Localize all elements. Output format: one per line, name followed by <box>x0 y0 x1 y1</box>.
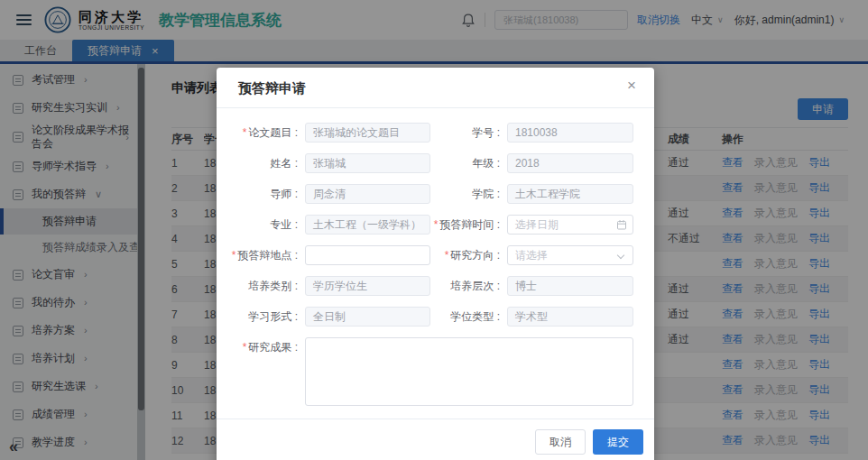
modal-header: 预答辩申请 × <box>217 68 654 108</box>
training-category-field: 学历学位生 <box>305 276 430 296</box>
research-results-row: *研究成果 : <box>217 337 654 406</box>
app-root: 同济大学 TONGJI UNIVERSITY 教学管理信息系统 张瑞城(1810… <box>0 0 868 460</box>
field-label: *预答辩地点 : <box>224 245 305 265</box>
study-form-field: 全日制 <box>305 307 430 327</box>
modal-close-icon[interactable]: × <box>627 78 636 93</box>
modal-form: *论文题目 :张瑞城的论文题目学号 :1810038姓名 :张瑞城年级 :201… <box>217 108 654 406</box>
thesis-title-field: 张瑞城的论文题目 <box>305 123 430 143</box>
form-row: *预答辩地点 :*研究方向 :请选择 <box>217 245 654 265</box>
name-field: 张瑞城 <box>305 153 430 173</box>
field-label: 学位类型 : <box>430 307 507 327</box>
pre-defense-modal: 预答辩申请 × *论文题目 :张瑞城的论文题目学号 :1810038姓名 :张瑞… <box>217 68 654 460</box>
field-label: 学号 : <box>430 123 507 143</box>
research-direction-select[interactable]: 请选择 <box>507 245 633 265</box>
calendar-icon <box>616 219 627 231</box>
field-label: *研究成果 : <box>224 337 305 357</box>
chevron-down-icon <box>617 252 624 259</box>
college-field: 土木工程学院 <box>507 184 633 204</box>
defense-location-input[interactable] <box>305 245 430 265</box>
form-row: 姓名 :张瑞城年级 :2018 <box>217 153 654 173</box>
defense-time-picker[interactable]: 选择日期 <box>507 215 633 235</box>
grade-field: 2018 <box>507 153 633 173</box>
required-asterisk: * <box>232 249 236 262</box>
major-field: 土木工程（一级学科） <box>305 215 430 235</box>
field-label: *研究方向 : <box>430 245 507 265</box>
modal-footer: 取消 提交 <box>217 419 654 460</box>
form-row: 培养类别 :学历学位生培养层次 :博士 <box>217 276 654 296</box>
field-label: 培养层次 : <box>430 276 507 296</box>
form-row: *论文题目 :张瑞城的论文题目学号 :1810038 <box>217 123 654 143</box>
required-asterisk: * <box>445 249 449 262</box>
field-label: 年级 : <box>430 153 507 173</box>
student-id-field: 1810038 <box>507 123 633 143</box>
required-asterisk: * <box>243 341 247 354</box>
required-asterisk: * <box>434 218 439 231</box>
field-label: 学院 : <box>430 184 507 204</box>
modal-title: 预答辩申请 <box>238 80 306 96</box>
required-asterisk: * <box>243 126 247 139</box>
field-label: 专业 : <box>224 215 305 235</box>
field-label: 姓名 : <box>224 153 305 173</box>
research-results-textarea[interactable] <box>305 337 633 406</box>
field-label: 导师 : <box>224 184 305 204</box>
cancel-button[interactable]: 取消 <box>535 429 586 455</box>
field-label: *预答辩时间 : <box>430 215 507 235</box>
field-label: *论文题目 : <box>224 123 305 143</box>
advisor-field: 周念清 <box>305 184 430 204</box>
form-row: 学习形式 :全日制学位类型 :学术型 <box>217 307 654 327</box>
training-level-field: 博士 <box>507 276 633 296</box>
degree-type-field: 学术型 <box>507 307 633 327</box>
form-row: 导师 :周念清学院 :土木工程学院 <box>217 184 654 204</box>
field-label: 学习形式 : <box>224 307 305 327</box>
field-label: 培养类别 : <box>224 276 305 296</box>
form-row: 专业 :土木工程（一级学科）*预答辩时间 :选择日期 <box>217 215 654 235</box>
submit-button[interactable]: 提交 <box>593 429 643 455</box>
